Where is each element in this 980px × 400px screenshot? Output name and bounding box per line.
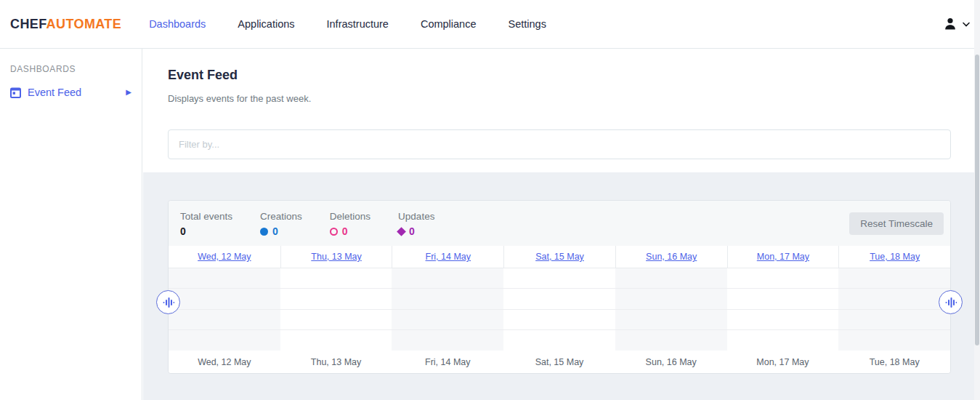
nav-tab-dashboards[interactable]: Dashboards (149, 18, 206, 30)
stat-value: 0 (409, 225, 415, 237)
grid-cell (392, 310, 503, 330)
timeline: Wed, 12 May Thu, 13 May Fri, 14 May Sat,… (169, 246, 950, 373)
stat-label: Updates (398, 211, 434, 222)
stat-deletions: Deletions 0 (330, 211, 370, 246)
grid-cell (838, 268, 950, 289)
event-feed-panel: Total events 0 Creations 0 Deletions 0 (143, 172, 980, 400)
stat-updates: Updates 0 (398, 211, 434, 246)
grid-cell (727, 268, 839, 289)
day-header-link[interactable]: Sun, 16 May (646, 252, 697, 262)
person-icon (943, 17, 957, 31)
stat-total-events: Total events 0 (180, 211, 232, 246)
logo-automate-text: AUTOMATE (46, 17, 122, 31)
stat-label: Creations (260, 211, 302, 222)
day-footer-label: Wed, 12 May (169, 357, 280, 367)
day-footer-label: Sun, 16 May (615, 357, 727, 367)
grid-cell (615, 268, 727, 289)
grid-cell (169, 289, 280, 309)
day-header-link[interactable]: Mon, 17 May (757, 252, 809, 262)
grid-cell (615, 310, 727, 330)
sidebar: DASHBOARDS Event Feed ▶ (0, 49, 142, 400)
deletions-circle-icon (330, 228, 338, 236)
grid-cell (169, 310, 280, 330)
main-content: Event Feed Displays events for the past … (143, 49, 980, 400)
main-nav: Dashboards Applications Infrastructure C… (149, 18, 546, 30)
timeline-left-handle[interactable] (156, 290, 180, 314)
stat-value: 0 (342, 225, 348, 237)
updates-diamond-icon (397, 227, 406, 236)
top-nav: CHEFAUTOMATE Dashboards Applications Inf… (0, 0, 980, 49)
sidebar-item-event-feed[interactable]: Event Feed ▶ (0, 87, 142, 98)
user-menu[interactable] (943, 17, 970, 31)
grid-cell (392, 330, 503, 351)
grid-cell (727, 310, 839, 330)
day-footer-label: Fri, 14 May (392, 357, 503, 367)
logo-chef-text: CHEF (10, 17, 46, 31)
timeline-header-row: Wed, 12 May Thu, 13 May Fri, 14 May Sat,… (169, 246, 950, 268)
day-footer-label: Sat, 15 May (503, 357, 615, 367)
grid-cell (169, 268, 280, 289)
day-footer-label: Tue, 18 May (838, 357, 950, 367)
nav-tab-compliance[interactable]: Compliance (421, 18, 477, 30)
grid-cell (727, 289, 839, 309)
grid-cell (392, 289, 503, 309)
filter-input[interactable] (168, 129, 951, 159)
nav-tab-infrastructure[interactable]: Infrastructure (327, 18, 389, 30)
nav-tab-settings[interactable]: Settings (509, 18, 546, 30)
page-scrollbar-track[interactable] (974, 0, 980, 400)
timeline-footer-row: Wed, 12 May Thu, 13 May Fri, 14 May Sat,… (169, 351, 950, 373)
grid-cell (280, 330, 392, 351)
nav-tab-applications[interactable]: Applications (238, 18, 294, 30)
equalizer-handle-icon (945, 297, 957, 308)
grid-cell (503, 310, 615, 330)
page-scrollbar-thumb[interactable] (975, 55, 979, 345)
day-header-link[interactable]: Tue, 18 May (870, 252, 920, 262)
grid-cell (392, 268, 503, 289)
timeline-right-handle[interactable] (939, 290, 963, 314)
grid-cell (169, 330, 280, 351)
stat-creations: Creations 0 (260, 211, 302, 246)
expand-arrow-icon: ▶ (126, 89, 131, 96)
equalizer-handle-icon (163, 297, 174, 308)
event-timeline-card: Total events 0 Creations 0 Deletions 0 (168, 200, 951, 374)
page-subtitle: Displays events for the past week. (168, 93, 311, 104)
timeline-grid-body (169, 268, 950, 351)
grid-cell (615, 330, 727, 351)
grid-cell (838, 310, 950, 330)
day-header-link[interactable]: Fri, 14 May (426, 252, 471, 262)
grid-cell (503, 289, 615, 309)
grid-cell (503, 268, 615, 289)
grid-cell (727, 330, 839, 351)
day-footer-label: Mon, 17 May (727, 357, 839, 367)
day-footer-label: Thu, 13 May (280, 357, 392, 367)
stat-label: Total events (180, 211, 232, 222)
stat-value: 0 (180, 225, 232, 237)
sidebar-item-label: Event Feed (28, 87, 81, 98)
grid-cell (280, 268, 392, 289)
stat-value: 0 (272, 225, 278, 237)
grid-cell (503, 330, 615, 351)
chef-automate-logo[interactable]: CHEFAUTOMATE (10, 17, 121, 32)
grid-cell (280, 289, 392, 309)
creations-dot-icon (260, 228, 268, 236)
reset-timescale-button[interactable]: Reset Timescale (849, 212, 944, 235)
page-title: Event Feed (168, 68, 238, 83)
day-header-link[interactable]: Thu, 13 May (311, 252, 361, 262)
sidebar-heading: DASHBOARDS (10, 64, 142, 74)
day-header-link[interactable]: Sat, 15 May (535, 252, 584, 262)
grid-cell (280, 310, 392, 330)
stats-row: Total events 0 Creations 0 Deletions 0 (169, 201, 950, 246)
chevron-down-icon (963, 22, 970, 27)
day-header-link[interactable]: Wed, 12 May (198, 252, 251, 262)
stat-label: Deletions (330, 211, 370, 222)
grid-cell (838, 289, 950, 309)
grid-cell (838, 330, 950, 351)
event-feed-calendar-icon (10, 87, 21, 98)
grid-cell (615, 289, 727, 309)
